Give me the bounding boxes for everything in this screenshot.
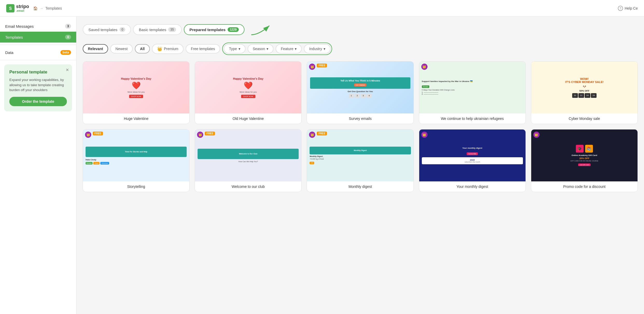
arrow-annotation [249,22,280,37]
tab-prepared-label: Prepared templates [190,28,226,32]
header-right: ? Help Ce [618,6,638,11]
tab-basic-label: Basic templates [139,28,166,32]
tab-prepared-templates[interactable]: Prepared templates 1229 [184,24,244,35]
premium-badge-your-monthly: 👑 [421,132,428,138]
tabs-row: Saved templates 0 Basic templates 35 Pre… [83,22,638,37]
template-card-welcome-club[interactable]: 👑 FREE Welcome to Our Club How Can We He… [195,129,302,192]
industry-dropdown[interactable]: Industry ▾ [304,44,331,53]
help-button[interactable]: ? Help Ce [618,6,638,11]
template-thumb-ukrainian: 👑 Support families impacted by the War i… [419,62,526,113]
breadcrumb: 🏠 → Templates [33,6,62,10]
filter-premium-label: Premium [164,47,178,51]
filter-dropdown-group: Type ▾ Season ▾ Feature ▾ Industry ▾ [222,43,332,55]
template-name-cyber-monday: Cyber Monday sale [531,113,638,124]
type-chevron-icon: ▾ [239,47,240,51]
template-name-your-monthly-digest: Your monthly digest [419,181,526,192]
content-area: Saved templates 0 Basic templates 35 Pre… [76,17,644,314]
logo[interactable]: S stripo .email [6,4,29,12]
premium-badge-ukrainian: 👑 [421,64,428,70]
personal-card-close-button[interactable]: ✕ [66,67,69,72]
template-thumb-storytelling: 👑 FREE Time For Stories and Help Hala Ci… [83,129,189,181]
tab-saved-templates[interactable]: Saved templates 0 [83,24,131,35]
filter-relevant[interactable]: Relevant [83,44,108,53]
template-card-huge-valentine[interactable]: Happy Valentine's Day ❤️ More ideas for … [83,61,190,124]
sidebar-item-label: Data [5,50,13,55]
template-thumb-huge-valentine: Happy Valentine's Day ❤️ More ideas for … [83,62,189,113]
filter-newest[interactable]: Newest [110,44,133,53]
premium-crown-icon: 👑 [157,46,162,51]
sidebar-divider [0,45,76,45]
industry-label: Industry [309,47,322,51]
template-name-old-huge-valentine: Old Huge Valentine [195,113,301,124]
main-layout: Email Messages 3 Templates 0 Data beta ✕… [0,17,644,314]
free-badge-club: FREE [205,132,215,135]
template-card-old-huge-valentine[interactable]: Happy Valentine's Day ❤️ More ideas for … [195,61,302,124]
template-card-survey-emails[interactable]: 👑 FREE Tell Us What You Think in 5 Minut… [307,61,414,124]
template-thumb-promo-code: 👑 🎓 📚 Online Academy Gift Card 20% OFF G… [531,129,638,181]
feature-chevron-icon: ▾ [295,47,297,51]
premium-badge-survey: 👑 [309,64,315,70]
industry-chevron-icon: ▾ [324,47,325,51]
season-dropdown[interactable]: Season ▾ [248,44,274,53]
logo-suffix: .email [16,9,29,12]
order-template-button[interactable]: Order the template [9,97,67,106]
header: S stripo .email 🏠 → Templates ? Help Ce [0,0,644,17]
sidebar: Email Messages 3 Templates 0 Data beta ✕… [0,17,76,314]
template-name-storytelling: Storytelling [83,181,189,192]
template-card-monthly-digest[interactable]: 👑 FREE Monthly Digest Monthly Digest_ +5… [307,129,414,192]
breadcrumb-page: Templates [45,6,62,10]
template-card-ukrainian-refugees[interactable]: 👑 Support families impacted by the War i… [419,61,526,124]
free-badge-monthly-digest: FREE [317,132,327,135]
template-card-your-monthly-digest[interactable]: 👑 Your monthly digest Subscribe 2319 sub… [419,129,526,192]
template-thumb-survey: 👑 FREE Tell Us What You Think in 5 Minut… [307,62,413,113]
template-name-monthly-digest: Monthly digest [307,181,413,192]
logo-name: stripo [16,4,29,9]
template-card-cyber-monday[interactable]: WOW!IT'S CYBER MONDAY SALE! 🐶 50% OFF 31… [531,61,638,124]
personal-card-text: Expand your working capabilities, by all… [9,77,67,93]
help-icon: ? [618,6,623,11]
sidebar-item-label: Templates [5,35,23,39]
green-arrow-icon [249,22,280,37]
email-messages-badge: 3 [65,24,71,29]
template-thumb-your-monthly-digest: 👑 Your monthly digest Subscribe 2319 sub… [419,129,526,181]
svg-text:S: S [9,6,12,11]
template-thumb-old-huge-valentine: Happy Valentine's Day ❤️ More ideas for … [195,62,301,113]
premium-badge-club: 👑 [197,132,203,138]
premium-badge-promo: 👑 [533,132,540,138]
template-grid-row1: Happy Valentine's Day ❤️ More ideas for … [83,61,638,124]
premium-badge-storytelling: 👑 [85,132,91,138]
free-badge-survey: FREE [317,64,327,67]
personal-card-title: Personal template [9,70,67,75]
filter-all[interactable]: All [135,44,150,53]
breadcrumb-home-icon[interactable]: 🏠 [33,6,38,10]
template-name-promo-code: Promo code for a discount [531,181,638,192]
template-name-survey: Survey emails [307,113,413,124]
template-name-huge-valentine: Huge Valentine [83,113,189,124]
sidebar-item-email-messages[interactable]: Email Messages 3 [0,21,76,32]
template-thumb-monthly-digest: 👑 FREE Monthly Digest Monthly Digest_ +5… [307,129,413,181]
templates-badge: 0 [65,35,71,39]
type-dropdown[interactable]: Type ▾ [224,44,245,53]
tab-saved-label: Saved templates [88,28,117,32]
tab-basic-templates[interactable]: Basic templates 35 [133,24,181,35]
filter-row: Relevant Newest All 👑 Premium Free templ… [83,43,638,55]
filter-free[interactable]: Free templates [186,44,220,53]
sidebar-item-data[interactable]: Data beta [0,47,76,58]
logo-icon: S [6,4,15,12]
help-label: Help Ce [625,6,638,10]
template-card-storytelling[interactable]: 👑 FREE Time For Stories and Help Hala Ci… [83,129,190,192]
tab-prepared-badge: 1229 [228,27,239,32]
template-name-welcome-club: Welcome to our club [195,181,301,192]
feature-label: Feature [281,47,293,51]
type-label: Type [229,47,237,51]
filter-premium[interactable]: 👑 Premium [152,44,184,54]
free-badge-storytelling: FREE [93,132,103,135]
sidebar-item-templates[interactable]: Templates 0 [0,32,76,43]
data-badge: beta [60,50,71,55]
personal-template-card: ✕ Personal template Expand your working … [4,64,72,111]
header-left: S stripo .email 🏠 → Templates [6,4,62,12]
template-name-ukrainian: We continue to help ukrainian refugees [419,113,526,124]
feature-dropdown[interactable]: Feature ▾ [276,44,302,53]
tab-saved-badge: 0 [120,27,125,32]
template-card-promo-code[interactable]: 👑 🎓 📚 Online Academy Gift Card 20% OFF G… [531,129,638,192]
